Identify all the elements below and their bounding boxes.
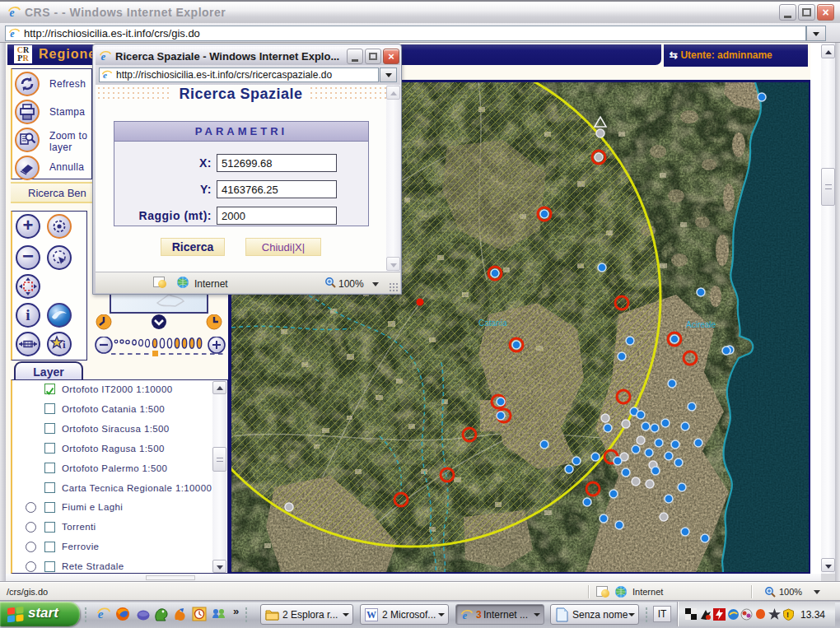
svg-text:!: ! (786, 611, 789, 619)
svg-text:Acireale: Acireale (686, 320, 716, 329)
svg-text:i: i (63, 338, 66, 351)
